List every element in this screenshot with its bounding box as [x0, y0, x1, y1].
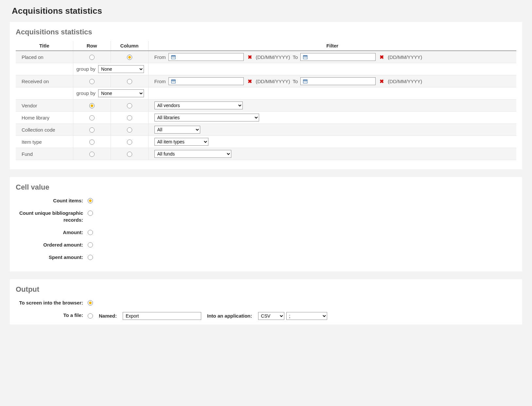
th-filter: Filter	[148, 41, 516, 51]
calendar-icon[interactable]	[302, 54, 309, 60]
close-icon[interactable]: ✖	[378, 78, 385, 84]
svg-rect-9	[306, 57, 307, 58]
to-label: To	[293, 79, 298, 84]
placed-on-to-input[interactable]	[300, 53, 376, 61]
from-label: From	[154, 79, 166, 84]
column-radio-fund[interactable]	[127, 152, 132, 157]
calendar-icon[interactable]	[170, 54, 177, 60]
row-radio-fund[interactable]	[89, 152, 95, 157]
svg-rect-2	[172, 57, 172, 58]
row-label-fund: Fund	[16, 148, 73, 160]
column-radio-collection-code[interactable]	[127, 127, 132, 133]
svg-rect-6	[303, 56, 307, 57]
received-on-to-field[interactable]	[310, 78, 375, 85]
radio-to-screen[interactable]	[88, 300, 93, 305]
row-radio-placed-on[interactable]	[89, 55, 95, 60]
column-radio-vendor[interactable]	[127, 103, 132, 108]
application-delimiter-select[interactable]: ;	[286, 312, 327, 320]
svg-rect-8	[305, 57, 306, 58]
label-named: Named:	[99, 313, 117, 319]
row-radio-home-library[interactable]	[89, 115, 95, 120]
named-input[interactable]	[123, 312, 201, 320]
th-row: Row	[73, 41, 111, 51]
date-format-hint: (DD/MM/YYYY)	[256, 79, 290, 84]
output-title: Output	[16, 285, 516, 294]
svg-rect-19	[306, 81, 307, 82]
calendar-icon[interactable]	[170, 78, 177, 84]
home-library-select[interactable]: All libraries	[154, 114, 259, 121]
label-ordered-amount: Ordered amount:	[16, 242, 88, 248]
svg-rect-11	[171, 80, 175, 81]
received-on-from-input[interactable]	[168, 77, 244, 85]
row-label-collection-code: Collection code	[16, 124, 73, 136]
placed-on-group-by-select[interactable]: None	[98, 65, 144, 73]
placed-on-from-input[interactable]	[168, 53, 244, 61]
calendar-icon[interactable]	[302, 78, 309, 84]
svg-rect-12	[172, 81, 172, 82]
received-on-group-by-select[interactable]: None	[98, 89, 144, 97]
row-radio-received-on[interactable]	[89, 79, 95, 84]
placed-on-from-field[interactable]	[178, 53, 243, 61]
column-radio-item-type[interactable]	[127, 139, 132, 145]
received-on-to-input[interactable]	[300, 77, 376, 85]
statistics-section-title: Acquisitions statistics	[16, 28, 516, 36]
vendor-select[interactable]: All vendors	[154, 101, 243, 109]
label-amount: Amount:	[16, 229, 88, 236]
cell-value-title: Cell value	[16, 183, 516, 192]
output-panel: Output To screen into the browser: To a …	[10, 279, 522, 324]
label-to-file: To a file:	[16, 312, 88, 319]
radio-amount[interactable]	[88, 230, 93, 235]
close-icon[interactable]: ✖	[246, 78, 253, 84]
svg-rect-4	[174, 57, 175, 58]
statistics-table: Title Row Column Filter Placed on From	[16, 41, 516, 160]
svg-rect-13	[173, 81, 174, 82]
label-count-items: Count items:	[16, 197, 88, 204]
svg-rect-3	[173, 57, 174, 58]
row-label-placed-on: Placed on	[16, 51, 73, 63]
label-spent-amount: Spent amount:	[16, 254, 88, 261]
date-format-hint: (DD/MM/YYYY)	[256, 54, 290, 60]
th-title: Title	[16, 41, 73, 51]
row-radio-item-type[interactable]	[89, 139, 95, 145]
svg-rect-7	[304, 57, 305, 58]
label-to-screen: To screen into the browser:	[16, 300, 88, 306]
svg-rect-17	[304, 81, 305, 82]
date-format-hint: (DD/MM/YYYY)	[388, 54, 422, 60]
date-format-hint: (DD/MM/YYYY)	[388, 79, 422, 84]
row-label-item-type: Item type	[16, 136, 73, 148]
th-column: Column	[111, 41, 148, 51]
svg-rect-14	[174, 81, 175, 82]
to-label: To	[293, 54, 298, 60]
column-radio-home-library[interactable]	[127, 115, 132, 120]
radio-count-items[interactable]	[88, 198, 93, 203]
statistics-panel: Acquisitions statistics Title Row Column…	[10, 22, 522, 169]
radio-to-file[interactable]	[88, 313, 93, 319]
radio-count-unique[interactable]	[88, 211, 93, 216]
cell-value-panel: Cell value Count items: Count unique bib…	[10, 177, 522, 271]
label-count-unique: Count unique bibliographic records:	[16, 210, 88, 223]
row-radio-collection-code[interactable]	[89, 127, 95, 133]
group-by-label: group by	[77, 90, 96, 96]
row-label-received-on: Received on	[16, 75, 73, 87]
application-format-select[interactable]: CSV	[258, 312, 284, 320]
svg-rect-1	[171, 56, 175, 57]
item-type-select[interactable]: All item types	[154, 138, 208, 146]
placed-on-to-field[interactable]	[310, 53, 375, 61]
column-radio-received-on[interactable]	[127, 79, 132, 84]
close-icon[interactable]: ✖	[246, 54, 253, 60]
collection-code-select[interactable]: All	[154, 126, 200, 134]
row-label-vendor: Vendor	[16, 100, 73, 112]
page-title: Acquisitions statistics	[12, 6, 532, 16]
column-radio-placed-on[interactable]	[127, 55, 132, 60]
radio-ordered-amount[interactable]	[88, 242, 93, 248]
fund-select[interactable]: All funds	[154, 150, 231, 158]
row-label-home-library: Home library	[16, 112, 73, 124]
received-on-from-field[interactable]	[178, 78, 243, 85]
close-icon[interactable]: ✖	[378, 54, 385, 60]
label-into-application: Into an application:	[207, 313, 252, 319]
from-label: From	[154, 54, 166, 60]
row-radio-vendor[interactable]	[89, 103, 95, 108]
radio-spent-amount[interactable]	[88, 255, 93, 260]
svg-rect-18	[305, 81, 306, 82]
svg-rect-16	[303, 80, 307, 81]
